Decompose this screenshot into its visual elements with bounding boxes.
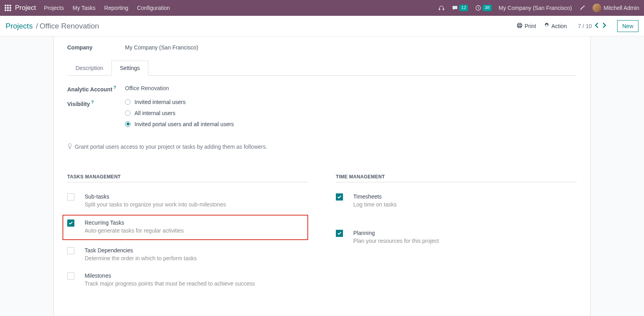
checkbox-milestones[interactable]: [67, 272, 74, 280]
radio-icon[interactable]: [125, 121, 131, 127]
debug-icon[interactable]: [579, 5, 585, 11]
setting-title: Timesheets: [353, 193, 397, 200]
user-menu[interactable]: Mitchell Admin: [593, 4, 639, 12]
setting-desc: Determine the order in which to perform …: [85, 255, 197, 261]
tabs: Description Settings: [67, 60, 577, 76]
pager-prev[interactable]: [595, 23, 599, 29]
setting-desc: Track major progress points that must be…: [85, 280, 255, 287]
messages-badge: 12: [459, 5, 468, 11]
activities-icon[interactable]: 38: [475, 5, 491, 11]
section-time-management: Time Management: [336, 174, 577, 182]
svg-rect-6: [5, 9, 6, 11]
breadcrumb: Projects / Office Renovation: [6, 22, 99, 30]
printer-icon: [517, 23, 523, 30]
gear-icon: [544, 23, 549, 29]
visibility-label: Visibility?: [67, 99, 125, 107]
help-icon[interactable]: ?: [91, 100, 94, 104]
breadcrumb-current: Office Renovation: [40, 22, 99, 30]
analytic-value[interactable]: Office Renovation: [125, 84, 169, 93]
nav-projects[interactable]: Projects: [44, 5, 64, 11]
setting-title: Milestones: [85, 272, 255, 279]
avatar: [593, 4, 601, 12]
svg-rect-8: [9, 9, 11, 11]
svg-rect-1: [7, 5, 9, 6]
company-switcher[interactable]: My Company (San Francisco): [499, 5, 572, 11]
messages-icon[interactable]: 12: [452, 5, 468, 11]
radio-icon[interactable]: [125, 110, 131, 116]
voip-icon[interactable]: [438, 5, 445, 11]
setting-title: Planning: [353, 230, 439, 236]
company-label: Company: [67, 44, 125, 51]
tab-description[interactable]: Description: [67, 61, 112, 76]
help-icon[interactable]: ?: [114, 85, 116, 90]
app-brand[interactable]: Project: [15, 4, 36, 12]
breadcrumb-separator: /: [36, 22, 38, 30]
setting-recurring: Recurring Tasks Auto-generate tasks for …: [67, 219, 303, 234]
pager-next[interactable]: [602, 23, 606, 29]
setting-title: Task Dependencies: [85, 247, 197, 254]
setting-desc: Auto-generate tasks for regular activiti…: [85, 227, 184, 234]
analytic-label: Analytic Account?: [67, 84, 125, 93]
pager[interactable]: 7 / 10: [578, 23, 592, 29]
control-bar: Projects / Office Renovation Print Actio…: [0, 16, 644, 36]
tab-settings[interactable]: Settings: [112, 61, 148, 76]
company-value[interactable]: My Company (San Francisco): [125, 44, 198, 51]
setting-subtasks: Sub-tasks Split your tasks to organize y…: [67, 182, 308, 208]
checkbox-timesheets[interactable]: [336, 193, 343, 201]
action-button[interactable]: Action: [544, 23, 567, 29]
svg-rect-5: [9, 7, 11, 9]
visibility-tip: Grant portal users access to your projec…: [67, 143, 577, 150]
setting-desc: Split your tasks to organize your work i…: [85, 201, 226, 208]
svg-rect-7: [7, 9, 9, 11]
setting-timesheets: Timesheets Log time on tasks: [336, 182, 577, 208]
activities-badge: 38: [483, 5, 491, 11]
checkbox-recurring[interactable]: [67, 219, 74, 227]
print-button[interactable]: Print: [517, 23, 536, 30]
setting-desc: Plan your resources for this project: [353, 238, 439, 244]
setting-dependencies: Task Dependencies Determine the order in…: [67, 240, 308, 261]
setting-planning: Planning Plan your resources for this pr…: [336, 208, 577, 244]
user-name: Mitchell Admin: [604, 5, 639, 11]
nav-reporting[interactable]: Reporting: [104, 5, 129, 11]
section-tasks-management: Tasks Management: [67, 174, 308, 182]
svg-rect-2: [9, 5, 11, 6]
svg-rect-0: [5, 5, 6, 6]
checkbox-dependencies[interactable]: [67, 247, 74, 254]
breadcrumb-root[interactable]: Projects: [6, 22, 33, 30]
svg-rect-3: [5, 7, 6, 9]
setting-title: Recurring Tasks: [85, 219, 184, 226]
lightbulb-icon: [67, 143, 72, 150]
visibility-option-portal[interactable]: Invited portal users and all internal us…: [125, 121, 234, 127]
visibility-option-all-internal[interactable]: All internal users: [125, 110, 234, 116]
apps-icon[interactable]: [5, 5, 11, 11]
svg-rect-4: [7, 7, 9, 9]
highlighted-recurring: Recurring Tasks Auto-generate tasks for …: [63, 215, 308, 240]
svg-rect-9: [439, 9, 440, 10]
radio-icon[interactable]: [125, 99, 131, 105]
checkbox-planning[interactable]: [336, 230, 343, 237]
top-navbar: Project Projects My Tasks Reporting Conf…: [0, 0, 644, 16]
setting-desc: Log time on tasks: [353, 201, 397, 208]
visibility-option-invited-internal[interactable]: Invited internal users: [125, 99, 234, 105]
new-button[interactable]: New: [617, 20, 638, 32]
checkbox-subtasks[interactable]: [67, 193, 74, 201]
setting-title: Sub-tasks: [85, 193, 226, 200]
form-sheet: Company My Company (San Francisco) Descr…: [53, 36, 591, 316]
svg-rect-10: [443, 9, 444, 10]
nav-my-tasks[interactable]: My Tasks: [73, 5, 96, 11]
setting-milestones: Milestones Track major progress points t…: [67, 261, 308, 287]
nav-configuration[interactable]: Configuration: [137, 5, 170, 11]
